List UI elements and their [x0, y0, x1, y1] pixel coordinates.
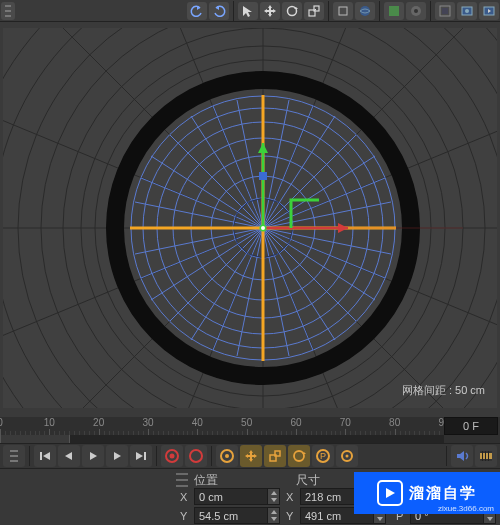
toolbar-rotate-button[interactable] [282, 2, 302, 20]
svg-marker-132 [487, 517, 493, 521]
svg-rect-95 [10, 455, 18, 457]
panel-grip-icon[interactable] [176, 473, 188, 487]
svg-point-8 [360, 6, 370, 16]
svg-line-78 [151, 156, 263, 228]
svg-rect-103 [144, 452, 146, 460]
svg-marker-130 [377, 517, 383, 521]
key-rotation-button[interactable] [288, 445, 310, 467]
watermark-url: zixue.3d66.com [438, 504, 494, 513]
svg-line-79 [263, 228, 335, 340]
toolbar-redo-button[interactable] [209, 2, 229, 20]
svg-rect-13 [442, 8, 448, 14]
svg-point-3 [288, 7, 297, 16]
frame-readout-field[interactable]: 0 F [444, 417, 498, 435]
svg-line-82 [191, 116, 263, 228]
timeline-tick-label: 30 [138, 417, 158, 428]
timeline-tick-label: 60 [286, 417, 306, 428]
svg-rect-94 [10, 450, 18, 452]
prev-frame-button[interactable] [58, 445, 80, 467]
key-parameter-button[interactable]: P [312, 445, 334, 467]
svg-marker-127 [271, 510, 277, 514]
panel-grip-icon[interactable] [3, 445, 25, 467]
svg-point-15 [465, 9, 469, 13]
size-header: 尺寸 [296, 472, 320, 489]
toolbar-axis-lock-button[interactable] [333, 2, 353, 20]
svg-point-105 [170, 454, 175, 459]
viewport-canvas[interactable]: 网格间距 : 50 cm [3, 28, 497, 408]
svg-line-64 [213, 228, 263, 350]
svg-line-66 [213, 106, 263, 228]
svg-point-111 [294, 451, 304, 461]
toolbar-move-button[interactable] [260, 2, 280, 20]
key-position-button[interactable] [240, 445, 262, 467]
goto-start-button[interactable] [34, 445, 56, 467]
transport-toolbar: P [0, 443, 500, 469]
record-button[interactable] [161, 445, 183, 467]
scrubber-knob[interactable] [0, 435, 70, 443]
svg-line-58 [170, 135, 263, 228]
svg-marker-133 [386, 488, 395, 498]
toolbar-coord-button[interactable] [355, 2, 375, 20]
toolbar-config-button[interactable] [406, 2, 426, 20]
svg-point-108 [225, 454, 229, 458]
svg-line-60 [141, 228, 263, 278]
top-toolbar [0, 0, 500, 22]
svg-rect-7 [339, 7, 347, 15]
svg-rect-110 [275, 451, 280, 456]
next-frame-button[interactable] [106, 445, 128, 467]
make-preview-button[interactable] [475, 445, 497, 467]
size-x-label: X [286, 491, 300, 503]
toolbar-render-button[interactable] [457, 2, 477, 20]
timeline-tick-label: 0 [0, 417, 10, 428]
svg-point-116 [346, 455, 349, 458]
timeline-scrubber[interactable] [0, 435, 444, 443]
svg-line-62 [141, 178, 263, 228]
timeline-tick-label: 10 [39, 417, 59, 428]
play-button[interactable] [82, 445, 104, 467]
position-x-field[interactable]: 0 cm [194, 488, 268, 505]
svg-marker-101 [114, 452, 121, 460]
svg-line-63 [263, 228, 313, 350]
toolbar-select-button[interactable] [238, 2, 258, 20]
toolbar-undo-button[interactable] [187, 2, 207, 20]
sound-button[interactable] [451, 445, 473, 467]
svg-line-55 [263, 228, 356, 321]
viewport-wireframe [3, 28, 497, 408]
toolbar-generator-button[interactable] [384, 2, 404, 20]
svg-line-57 [263, 135, 356, 228]
viewport[interactable]: 网格间距 : 50 cm [0, 22, 500, 417]
svg-rect-122 [488, 451, 489, 461]
svg-rect-2 [5, 15, 11, 17]
svg-line-80 [191, 228, 263, 340]
svg-line-59 [263, 228, 385, 278]
svg-text:P: P [320, 451, 326, 461]
svg-line-65 [263, 106, 313, 228]
key-pla-button[interactable] [336, 445, 358, 467]
toolbar-render-settings-button[interactable] [479, 2, 499, 20]
autokey-button[interactable] [185, 445, 207, 467]
goto-end-button[interactable] [130, 445, 152, 467]
position-y-spinner[interactable] [268, 507, 280, 524]
key-scale-button[interactable] [264, 445, 286, 467]
panel-grip-icon[interactable] [1, 2, 15, 20]
svg-rect-1 [5, 10, 11, 12]
timeline-ruler[interactable]: 0102030405060708090 [0, 417, 500, 435]
grid-spacing-label: 网格间距 : 50 cm [402, 383, 485, 398]
svg-rect-91 [259, 172, 267, 180]
svg-point-106 [190, 450, 202, 462]
svg-point-93 [261, 226, 265, 230]
timeline-tick-label: 20 [89, 417, 109, 428]
svg-marker-87 [338, 223, 348, 233]
position-x-spinner[interactable] [268, 488, 280, 505]
keyframe-selection-button[interactable] [216, 445, 238, 467]
position-y-field[interactable]: 54.5 cm [194, 507, 268, 524]
svg-marker-100 [90, 452, 97, 460]
svg-marker-124 [271, 498, 277, 502]
toolbar-render-region-button[interactable] [435, 2, 455, 20]
svg-marker-102 [136, 452, 143, 460]
svg-marker-123 [271, 491, 277, 495]
svg-rect-9 [389, 6, 399, 16]
timeline-tick-label: 80 [385, 417, 405, 428]
watermark-badge: 溜溜自学 zixue.3d66.com [354, 472, 500, 514]
toolbar-scale-button[interactable] [304, 2, 324, 20]
